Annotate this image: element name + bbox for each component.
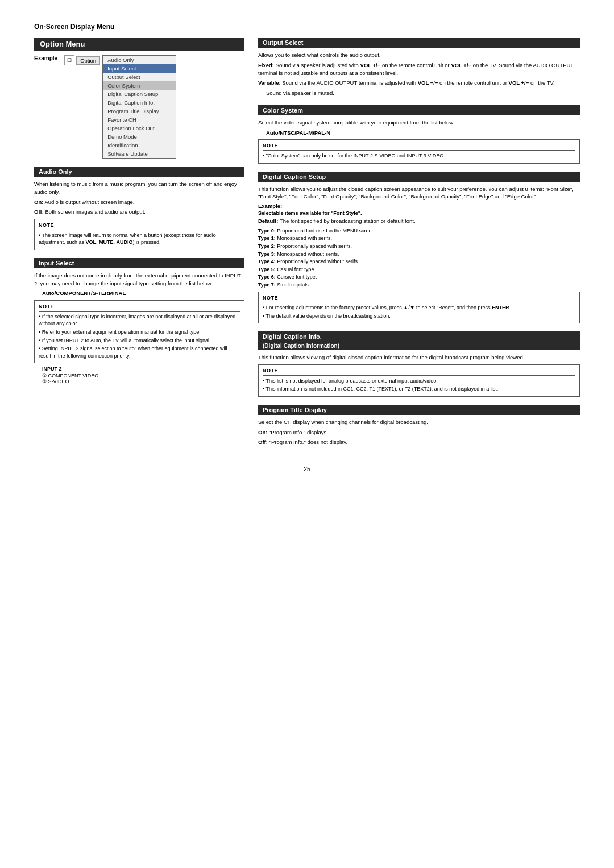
- dcs-note-1: For resetting adjustments to the factory…: [263, 304, 575, 312]
- input-select-options: Auto/COMPONENT/S-TERMINAL: [34, 289, 244, 297]
- color-system-body: Select the video signal system compatibl…: [258, 119, 580, 127]
- color-system-note-1: "Color System" can only be set for the I…: [263, 152, 575, 160]
- dcs-note: NOTE For resetting adjustments to the fa…: [258, 292, 580, 324]
- menu-item-demo-mode[interactable]: Demo Mode: [103, 132, 176, 141]
- type-6: Type 6: Cursive font type.: [258, 273, 580, 281]
- default-text: The font specified by broadcasting stati…: [280, 218, 416, 224]
- page-header: On-Screen Display Menu: [34, 23, 580, 31]
- dci-note-2: This information is not included in CC1,…: [263, 385, 575, 393]
- variable-label: Variable:: [258, 80, 281, 86]
- menu-item-output-select[interactable]: Output Select: [103, 73, 176, 81]
- input-select-note-4: Setting INPUT 2 signal selection to "Aut…: [39, 345, 240, 359]
- output-fixed: Fixed: Sound via speaker is adjusted wit…: [258, 61, 580, 77]
- on-label: On:: [34, 199, 43, 205]
- menu-item-digital-caption-info[interactable]: Digital Caption Info.: [103, 98, 176, 107]
- output-select-section: Output Select Allows you to select what …: [258, 38, 580, 97]
- main-content: Option Menu Example ☐ Option Audio Only …: [34, 38, 580, 454]
- note-label-3: NOTE: [263, 142, 575, 151]
- variable-text: Sound via the AUDIO OUTPUT terminal is a…: [282, 80, 554, 86]
- fixed-text: Sound via speaker is adjusted with VOL +…: [258, 62, 574, 76]
- output-variable: Variable: Sound via the AUDIO OUTPUT ter…: [258, 79, 580, 87]
- audio-only-on: On: Audio is output without screen image…: [34, 198, 244, 206]
- menu-item-program-title[interactable]: Program Title Display: [103, 107, 176, 115]
- input-select-section: Input Select If the image does not come …: [34, 258, 244, 384]
- menu-item-audio-only[interactable]: Audio Only: [103, 56, 176, 64]
- color-system-note: NOTE "Color System" can only be set for …: [258, 139, 580, 163]
- dcs-example-label: Example:: [258, 203, 580, 209]
- ptd-off-text: "Program Info." does not display.: [269, 439, 348, 445]
- input-select-header: Input Select: [34, 258, 244, 268]
- program-title-body: Select the CH display when changing chan…: [258, 418, 580, 426]
- color-system-section: Color System Select the video signal sys…: [258, 105, 580, 164]
- input2-label: INPUT 2: [42, 366, 244, 372]
- digital-caption-info-section: Digital Caption Info. (Digital Caption I…: [258, 331, 580, 397]
- option-menu-header: Option Menu: [34, 38, 244, 51]
- menu-item-input-select[interactable]: Input Select: [103, 64, 176, 73]
- audio-only-body: When listening to music from a music pro…: [34, 180, 244, 196]
- option-menu-icon: ☐: [64, 55, 74, 65]
- dci-note: NOTE This list is not displayed for anal…: [258, 364, 580, 397]
- note-label-2: NOTE: [39, 303, 240, 312]
- option-label: Option: [76, 56, 100, 65]
- menu-item-digital-caption-setup[interactable]: Digital Caption Setup: [103, 90, 176, 98]
- output-muted: Sound via speaker is muted.: [258, 89, 580, 97]
- menu-item-operation-lock[interactable]: Operation Lock Out: [103, 124, 176, 132]
- digital-caption-setup-section: Digital Caption Setup This function allo…: [258, 172, 580, 324]
- input-select-note-2: Refer to your external equipment operati…: [39, 329, 240, 336]
- selectable-label: Selectable items available for "Font Sty…: [258, 210, 580, 216]
- output-select-body: Allows you to select what controls the a…: [258, 51, 580, 59]
- page-number: 25: [34, 466, 580, 472]
- input-select-note-1: If the selected signal type is incorrect…: [39, 313, 240, 327]
- note-label-4: NOTE: [263, 294, 575, 303]
- digital-caption-setup-header: Digital Caption Setup: [258, 172, 580, 182]
- page: On-Screen Display Menu Option Menu Examp…: [0, 0, 614, 868]
- default-label: Default:: [258, 218, 278, 224]
- audio-only-note-item: The screen image will return to normal w…: [39, 232, 240, 246]
- ptd-on-label: On:: [258, 429, 267, 435]
- type-3: Type 3: Monospaced without serifs.: [258, 251, 580, 258]
- input2-list: INPUT 2 ① COMPONENT VIDEO ② S-VIDEO: [34, 366, 244, 384]
- audio-only-header: Audio Only: [34, 167, 244, 177]
- note-label-1: NOTE: [39, 222, 240, 230]
- left-column: Option Menu Example ☐ Option Audio Only …: [34, 38, 244, 392]
- dcs-note-2: The default value depends on the broadca…: [263, 313, 575, 320]
- menu-item-software-update[interactable]: Software Update: [103, 149, 176, 158]
- input-select-note-3: If you set INPUT 2 to Auto, the TV will …: [39, 337, 240, 344]
- input-select-note: NOTE If the selected signal type is inco…: [34, 300, 244, 363]
- color-system-header: Color System: [258, 105, 580, 115]
- menu-item-color-system[interactable]: Color System: [103, 81, 176, 90]
- note-label-5: NOTE: [263, 367, 575, 376]
- program-title-on: On: "Program Info." displays.: [258, 429, 580, 437]
- digital-caption-info-header: Digital Caption Info.: [258, 331, 580, 342]
- type-0: Type 0: Proportional font used in the ME…: [258, 227, 580, 235]
- input-select-body: If the image does not come in clearly fr…: [34, 272, 244, 288]
- off-label: Off:: [34, 209, 44, 215]
- program-title-header: Program Title Display: [258, 405, 580, 415]
- type-1: Type 1: Monospaced with serifs.: [258, 235, 580, 242]
- right-column: Output Select Allows you to select what …: [258, 38, 580, 454]
- on-text: Audio is output without screen image.: [44, 199, 134, 205]
- menu-item-favorite-ch[interactable]: Favorite CH: [103, 115, 176, 124]
- ptd-off-label: Off:: [258, 439, 268, 445]
- digital-caption-setup-body: This function allows you to adjust the c…: [258, 185, 580, 201]
- dci-note-1: This list is not displayed for analog br…: [263, 377, 575, 385]
- program-title-off: Off: "Program Info." does not display.: [258, 438, 580, 446]
- option-menu-section: Option Menu Example ☐ Option Audio Only …: [34, 38, 244, 159]
- audio-only-off: Off: Both screen images and audio are ou…: [34, 208, 244, 216]
- color-system-options: Auto/NTSC/PAL-M/PAL-N: [258, 129, 580, 137]
- program-title-section: Program Title Display Select the CH disp…: [258, 405, 580, 446]
- type-4: Type 4: Proportionally spaced without se…: [258, 258, 580, 265]
- dcs-default: Default: The font specified by broadcast…: [258, 217, 580, 225]
- audio-only-section: Audio Only When listening to music from …: [34, 167, 244, 250]
- off-text: Both screen images and audio are output.: [45, 209, 146, 215]
- type-2: Type 2: Proportionally spaced with serif…: [258, 243, 580, 250]
- menu-popup: Audio Only Input Select Output Select Co…: [102, 55, 176, 159]
- menu-item-identification[interactable]: Identification: [103, 141, 176, 149]
- output-select-header: Output Select: [258, 38, 580, 48]
- digital-caption-info-body: This function allows viewing of digital …: [258, 354, 580, 362]
- fixed-label: Fixed:: [258, 62, 274, 68]
- input2-item-2: ② S-VIDEO: [42, 379, 244, 384]
- type-5: Type 5: Casual font type.: [258, 266, 580, 273]
- type-7: Type 7: Small capitals.: [258, 281, 580, 289]
- type-list: Type 0: Proportional font used in the ME…: [258, 227, 580, 289]
